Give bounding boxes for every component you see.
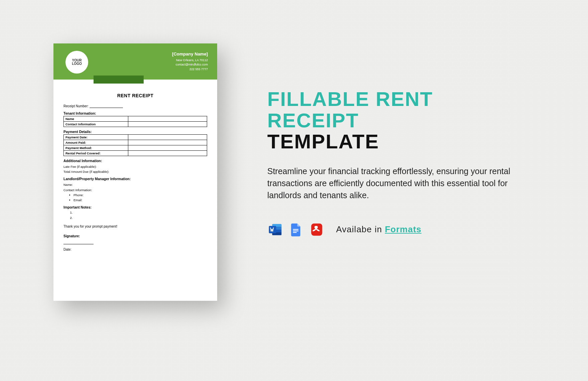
list-item [74, 215, 207, 221]
payment-table: Payment Date: Amount Paid: Payment Metho… [63, 134, 207, 156]
cell-value [128, 135, 207, 140]
landlord-contact-label: Contact Information: [63, 188, 92, 192]
cell-value [128, 122, 207, 127]
pdf-icon[interactable] [309, 222, 325, 238]
cell-label: Payment Method: [64, 145, 128, 151]
title-line-1: FILLABLE RENT [267, 89, 528, 110]
cell-value [128, 140, 207, 145]
title-line-3: TEMPLATE [267, 131, 528, 152]
list-item [74, 210, 207, 215]
logo-placeholder: YOUR LOGO [65, 51, 88, 74]
svg-rect-8 [293, 232, 297, 233]
company-info: [Company Name] New Orleans, LA 70112 con… [172, 51, 208, 72]
table-row: Payment Method: [64, 145, 207, 151]
receipt-body: RENT RECEIPT Receipt Number: Tenant Info… [53, 80, 217, 258]
landlord-section-title: Landlord/Property Manager Information: [63, 177, 207, 181]
receipt-page: YOUR LOGO [Company Name] New Orleans, LA… [53, 43, 217, 301]
cell-label: Rental Period Covered: [64, 151, 128, 156]
company-email: contact@mindfulco.com [172, 62, 208, 67]
table-row: Contact Information [64, 122, 207, 127]
signature-line [63, 244, 94, 244]
promo-panel: FILLABLE RENT RECEIPT TEMPLATE Streamlin… [267, 89, 528, 238]
receipt-number-label: Receipt Number: [63, 104, 89, 108]
title-line-2: RECEIPT [267, 110, 528, 131]
company-address: New Orleans, LA 70112 [172, 58, 208, 63]
additional-section-title: Additional Information: [63, 159, 207, 163]
payment-section-title: Payment Details: [63, 130, 207, 134]
notes-section-title: Important Notes: [63, 205, 207, 209]
list-item: Email: [74, 198, 207, 203]
cell-value [128, 151, 207, 156]
svg-rect-6 [293, 229, 299, 230]
svg-rect-5 [269, 226, 276, 233]
formats-text: Availabe in Formats [336, 224, 422, 235]
additional-lines: Late Fee (if applicable): Total Amount D… [63, 164, 207, 174]
cell-label: Payment Date: [64, 135, 128, 140]
late-fee-label: Late Fee (if applicable): [63, 165, 97, 168]
table-row: Payment Date: [64, 135, 207, 140]
cell-label: Amount Paid: [64, 140, 128, 145]
cell-label: Contact Information [64, 122, 128, 127]
date-label: Date: [63, 248, 71, 251]
formats-link[interactable]: Formats [385, 224, 422, 234]
company-name: [Company Name] [172, 51, 208, 57]
receipt-header: YOUR LOGO [Company Name] New Orleans, LA… [53, 43, 217, 80]
receipt-number-field: Receipt Number: [63, 104, 207, 108]
tenant-section-title: Tenant Information: [63, 111, 207, 115]
description-text: Streamline your financial tracking effor… [267, 165, 521, 202]
header-accent-bar [94, 76, 144, 84]
word-icon[interactable] [267, 222, 283, 238]
thank-you-text: Thank you for your prompt payment! [63, 225, 207, 228]
landlord-lines: Name: Contact Information: Phone: Email: [63, 182, 207, 203]
landlord-name-label: Name: [63, 183, 73, 186]
signature-label: Signature: [63, 234, 207, 238]
table-row: Name [64, 116, 207, 122]
svg-rect-7 [293, 230, 299, 231]
total-due-label: Total Amount Due (if applicable): [63, 170, 109, 173]
list-item: Phone: [74, 193, 207, 198]
cell-value [128, 116, 207, 122]
logo-text: YOUR LOGO [72, 59, 82, 66]
email-label: Email: [74, 198, 82, 202]
formats-row: Availabe in Formats [267, 222, 528, 238]
blank-line [90, 105, 123, 108]
tenant-table: Name Contact Information [63, 116, 207, 127]
available-prefix: Availabe in [336, 224, 385, 234]
cell-label: Name [64, 116, 128, 122]
cell-value [128, 145, 207, 151]
phone-label: Phone: [74, 193, 84, 197]
company-phone: 222 555 7777 [172, 67, 208, 72]
document-title: RENT RECEIPT [63, 93, 207, 98]
table-row: Rental Period Covered: [64, 151, 207, 156]
signature-block: Signature: Date: [63, 234, 207, 251]
notes-list [74, 210, 207, 221]
google-docs-icon[interactable] [288, 222, 304, 238]
table-row: Amount Paid: [64, 140, 207, 145]
